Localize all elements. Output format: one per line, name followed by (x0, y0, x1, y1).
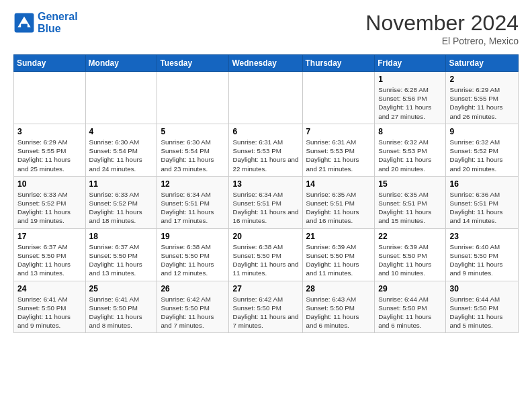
calendar-cell: 3Sunrise: 6:29 AM Sunset: 5:55 PM Daylig… (14, 124, 86, 176)
day-info: Sunrise: 6:33 AM Sunset: 5:52 PM Dayligh… (17, 190, 82, 226)
day-number: 24 (17, 284, 82, 293)
calendar-cell: 19Sunrise: 6:38 AM Sunset: 5:50 PM Dayli… (157, 228, 229, 281)
calendar-cell: 18Sunrise: 6:37 AM Sunset: 5:50 PM Dayli… (85, 228, 157, 281)
day-number: 21 (306, 232, 371, 241)
day-info: Sunrise: 6:31 AM Sunset: 5:53 PM Dayligh… (232, 138, 298, 173)
header-row: SundayMondayTuesdayWednesdayThursdayFrid… (14, 55, 519, 72)
logo-text: General Blue (38, 11, 78, 35)
logo-line1: General (38, 11, 78, 23)
logo-icon (13, 12, 35, 34)
day-info: Sunrise: 6:36 AM Sunset: 5:51 PM Dayligh… (449, 190, 515, 226)
calendar-cell (157, 72, 229, 124)
day-number: 29 (378, 284, 442, 293)
day-number: 11 (89, 179, 154, 189)
calendar-cell (85, 72, 157, 124)
day-of-week-header: Sunday (14, 55, 86, 72)
calendar-week-row: 17Sunrise: 6:37 AM Sunset: 5:50 PM Dayli… (14, 228, 519, 281)
calendar-cell: 2Sunrise: 6:29 AM Sunset: 5:55 PM Daylig… (446, 72, 519, 124)
calendar-cell: 14Sunrise: 6:35 AM Sunset: 5:51 PM Dayli… (302, 176, 375, 228)
day-info: Sunrise: 6:43 AM Sunset: 5:50 PM Dayligh… (306, 295, 371, 330)
logo: General Blue (13, 11, 78, 35)
calendar-cell (14, 72, 86, 124)
day-of-week-header: Thursday (302, 55, 375, 72)
calendar-week-row: 24Sunrise: 6:41 AM Sunset: 5:50 PM Dayli… (14, 281, 519, 333)
day-number: 20 (232, 232, 298, 241)
day-info: Sunrise: 6:29 AM Sunset: 5:55 PM Dayligh… (17, 138, 82, 173)
calendar-cell: 16Sunrise: 6:36 AM Sunset: 5:51 PM Dayli… (446, 176, 519, 228)
day-number: 7 (306, 127, 371, 136)
day-number: 8 (378, 127, 442, 136)
day-info: Sunrise: 6:30 AM Sunset: 5:54 PM Dayligh… (161, 138, 225, 173)
calendar-cell: 7Sunrise: 6:31 AM Sunset: 5:53 PM Daylig… (302, 124, 375, 176)
day-info: Sunrise: 6:38 AM Sunset: 5:50 PM Dayligh… (161, 242, 225, 278)
calendar-cell: 12Sunrise: 6:34 AM Sunset: 5:51 PM Dayli… (157, 176, 229, 228)
day-number: 25 (89, 284, 154, 293)
day-number: 28 (306, 284, 371, 293)
day-number: 15 (378, 179, 442, 189)
day-info: Sunrise: 6:42 AM Sunset: 5:50 PM Dayligh… (232, 295, 298, 330)
day-info: Sunrise: 6:28 AM Sunset: 5:56 PM Dayligh… (378, 85, 442, 121)
calendar-cell: 20Sunrise: 6:38 AM Sunset: 5:50 PM Dayli… (229, 228, 302, 281)
calendar-week-row: 1Sunrise: 6:28 AM Sunset: 5:56 PM Daylig… (14, 72, 519, 124)
day-number: 9 (449, 127, 515, 136)
calendar-cell: 22Sunrise: 6:39 AM Sunset: 5:50 PM Dayli… (375, 228, 446, 281)
day-info: Sunrise: 6:29 AM Sunset: 5:55 PM Dayligh… (449, 85, 515, 121)
day-number: 27 (232, 284, 298, 293)
calendar-cell: 24Sunrise: 6:41 AM Sunset: 5:50 PM Dayli… (14, 281, 86, 333)
day-number: 12 (161, 179, 225, 189)
day-info: Sunrise: 6:41 AM Sunset: 5:50 PM Dayligh… (89, 295, 154, 330)
calendar-cell: 17Sunrise: 6:37 AM Sunset: 5:50 PM Dayli… (14, 228, 86, 281)
day-number: 6 (232, 127, 298, 136)
day-info: Sunrise: 6:37 AM Sunset: 5:50 PM Dayligh… (17, 242, 82, 278)
calendar-table: SundayMondayTuesdayWednesdayThursdayFrid… (13, 54, 519, 333)
calendar-cell: 29Sunrise: 6:44 AM Sunset: 5:50 PM Dayli… (375, 281, 446, 333)
header: General Blue November 2024 El Potrero, M… (13, 11, 519, 46)
day-number: 13 (232, 179, 298, 189)
day-info: Sunrise: 6:32 AM Sunset: 5:52 PM Dayligh… (449, 138, 515, 173)
calendar-header: SundayMondayTuesdayWednesdayThursdayFrid… (14, 55, 519, 72)
calendar-cell: 10Sunrise: 6:33 AM Sunset: 5:52 PM Dayli… (14, 176, 86, 228)
day-number: 23 (449, 232, 515, 241)
calendar-cell: 6Sunrise: 6:31 AM Sunset: 5:53 PM Daylig… (229, 124, 302, 176)
day-number: 4 (89, 127, 154, 136)
title-block: November 2024 El Potrero, Mexico (365, 11, 519, 46)
day-info: Sunrise: 6:34 AM Sunset: 5:51 PM Dayligh… (161, 190, 225, 226)
day-number: 26 (161, 284, 225, 293)
calendar-cell: 25Sunrise: 6:41 AM Sunset: 5:50 PM Dayli… (85, 281, 157, 333)
calendar-cell (302, 72, 375, 124)
day-number: 22 (378, 232, 442, 241)
day-number: 30 (449, 284, 515, 293)
location: El Potrero, Mexico (365, 36, 519, 46)
day-info: Sunrise: 6:39 AM Sunset: 5:50 PM Dayligh… (306, 242, 371, 278)
day-info: Sunrise: 6:41 AM Sunset: 5:50 PM Dayligh… (17, 295, 82, 330)
calendar-cell: 13Sunrise: 6:34 AM Sunset: 5:51 PM Dayli… (229, 176, 302, 228)
calendar-cell: 26Sunrise: 6:42 AM Sunset: 5:50 PM Dayli… (157, 281, 229, 333)
day-info: Sunrise: 6:38 AM Sunset: 5:50 PM Dayligh… (232, 242, 298, 278)
calendar-cell: 27Sunrise: 6:42 AM Sunset: 5:50 PM Dayli… (229, 281, 302, 333)
day-info: Sunrise: 6:31 AM Sunset: 5:53 PM Dayligh… (306, 138, 371, 173)
calendar-cell: 15Sunrise: 6:35 AM Sunset: 5:51 PM Dayli… (375, 176, 446, 228)
day-number: 5 (161, 127, 225, 136)
day-info: Sunrise: 6:37 AM Sunset: 5:50 PM Dayligh… (89, 242, 154, 278)
calendar-cell (229, 72, 302, 124)
calendar-cell: 23Sunrise: 6:40 AM Sunset: 5:50 PM Dayli… (446, 228, 519, 281)
calendar-cell: 4Sunrise: 6:30 AM Sunset: 5:54 PM Daylig… (85, 124, 157, 176)
day-number: 17 (17, 232, 82, 241)
day-info: Sunrise: 6:39 AM Sunset: 5:50 PM Dayligh… (378, 242, 442, 278)
day-of-week-header: Tuesday (157, 55, 229, 72)
day-info: Sunrise: 6:35 AM Sunset: 5:51 PM Dayligh… (306, 190, 371, 226)
day-of-week-header: Monday (85, 55, 157, 72)
day-of-week-header: Friday (375, 55, 446, 72)
svg-rect-2 (21, 24, 28, 30)
page: General Blue November 2024 El Potrero, M… (0, 0, 532, 411)
day-info: Sunrise: 6:32 AM Sunset: 5:53 PM Dayligh… (378, 138, 442, 173)
calendar-cell: 11Sunrise: 6:33 AM Sunset: 5:52 PM Dayli… (85, 176, 157, 228)
day-info: Sunrise: 6:34 AM Sunset: 5:51 PM Dayligh… (232, 190, 298, 226)
calendar-cell: 21Sunrise: 6:39 AM Sunset: 5:50 PM Dayli… (302, 228, 375, 281)
calendar-cell: 1Sunrise: 6:28 AM Sunset: 5:56 PM Daylig… (375, 72, 446, 124)
day-number: 10 (17, 179, 82, 189)
day-info: Sunrise: 6:44 AM Sunset: 5:50 PM Dayligh… (378, 295, 442, 330)
day-info: Sunrise: 6:42 AM Sunset: 5:50 PM Dayligh… (161, 295, 225, 330)
day-info: Sunrise: 6:40 AM Sunset: 5:50 PM Dayligh… (449, 242, 515, 278)
calendar-cell: 30Sunrise: 6:44 AM Sunset: 5:50 PM Dayli… (446, 281, 519, 333)
